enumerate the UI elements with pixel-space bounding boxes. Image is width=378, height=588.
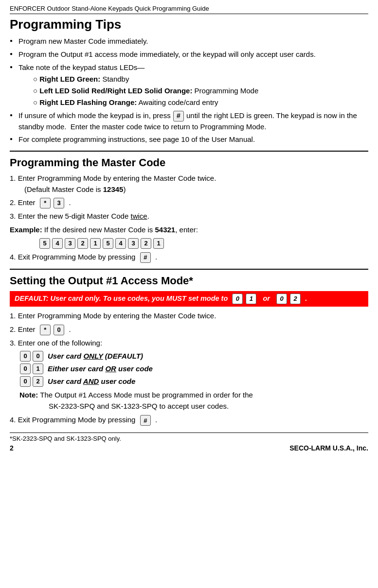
tip-5: For complete programming instructions, s… xyxy=(10,134,368,145)
warn-key-1a: 1 xyxy=(246,294,256,304)
example-block: Example: If the desired new Master Code … xyxy=(10,225,368,249)
page-number: 2 xyxy=(10,444,14,452)
key-2f: 2 xyxy=(33,376,43,387)
page-footer: 2 SECO-LARM U.S.A., Inc. xyxy=(10,444,368,452)
step3-1: 1. Enter Programming Mode by entering th… xyxy=(10,311,368,322)
section-master-code: Programming the Master Code 1. Enter Pro… xyxy=(10,156,368,263)
step2-2: 2. Enter * 3 . xyxy=(10,197,368,208)
note-text2: SK-2323-SPQ and SK-1323-SPQ to accept us… xyxy=(19,401,229,412)
key-2b: 2 xyxy=(141,238,151,249)
mode-keys-00: 0 0 xyxy=(19,351,44,362)
key-5b: 5 xyxy=(103,238,113,249)
step2-3: 3. Enter the new 5-digit Master Code twi… xyxy=(10,211,368,222)
step3-2: 2. Enter * 0 . xyxy=(10,324,368,335)
mode-keys-01: 0 1 xyxy=(19,363,44,374)
tip-1: Program new Master Code immediately. xyxy=(10,36,368,47)
key-star-s2: * xyxy=(40,198,51,208)
mode-option-01: 0 1 Either user card OR user code xyxy=(10,363,368,374)
section1-heading: Programming Tips xyxy=(10,17,368,32)
key-1b: 1 xyxy=(153,238,164,249)
led-list: Right LED Green: Standby Left LED Solid … xyxy=(18,74,368,107)
footer-divider: *SK-2323-SPQ and SK-1323-SPQ only. xyxy=(10,432,368,442)
key-0e: 0 xyxy=(20,363,31,374)
footnote: *SK-2323-SPQ and SK-1323-SPQ only. xyxy=(10,435,121,442)
key-3-s2: 3 xyxy=(54,198,64,208)
key-3a: 3 xyxy=(65,238,75,249)
step3-3: 3. Enter one of the following: xyxy=(10,338,368,349)
warn-key-2b: 2 xyxy=(290,294,301,304)
step3-4: 4. Exit Programming Mode by pressing # . xyxy=(10,415,368,426)
hash-key-tip: # xyxy=(173,111,184,121)
mode-option-00: 0 0 User card ONLY (DEFAULT) xyxy=(10,351,368,362)
divider-2 xyxy=(10,269,368,270)
section3-heading: Setting the Output #1 Access Mode* xyxy=(10,275,368,287)
led-text-2: Programming Mode xyxy=(195,86,259,95)
divider-1 xyxy=(10,151,368,152)
warn-key-0b: 0 xyxy=(276,294,287,304)
led-text-1: Standby xyxy=(102,75,129,83)
key-4b: 4 xyxy=(115,238,126,249)
key-5a: 5 xyxy=(39,238,50,249)
example-keys-row: 5 4 3 2 1 5 4 3 2 1 xyxy=(39,238,368,249)
key-star-s3: * xyxy=(40,325,51,335)
note-block: Note: The Output #1 Access Mode must be … xyxy=(10,390,368,412)
led-item-2: Left LED Solid Red/Right LED Solid Orang… xyxy=(33,86,368,96)
key-hash-s3: # xyxy=(140,415,151,426)
tips-list: Program new Master Code immediately. Pro… xyxy=(10,36,368,145)
warning-bar: DEFAULT: User card only. To use codes, y… xyxy=(10,291,368,307)
section-programming-tips: Programming Tips Program new Master Code… xyxy=(10,17,368,145)
section2-heading: Programming the Master Code xyxy=(10,156,368,169)
key-1a: 1 xyxy=(90,238,101,249)
tip-2: Program the Output #1 access mode immedi… xyxy=(10,49,368,60)
key-hash-s2: # xyxy=(140,252,151,263)
key-2a: 2 xyxy=(77,238,88,249)
page-header: ENFORCER Outdoor Stand-Alone Keypads Qui… xyxy=(10,5,368,14)
led-label-1: Right LED Green: xyxy=(39,75,100,83)
led-item-1: Right LED Green: Standby xyxy=(33,74,368,85)
mode-option-02: 0 2 User card AND user code xyxy=(10,376,368,387)
section-output-access-mode: Setting the Output #1 Access Mode* DEFAU… xyxy=(10,275,368,426)
led-label-3: Right LED Flashing Orange: xyxy=(39,98,137,106)
key-3b: 3 xyxy=(128,238,139,249)
key-0f: 0 xyxy=(20,376,31,387)
tip-3: Take note of the keypad status LEDs— Rig… xyxy=(10,62,368,108)
key-0-s3: 0 xyxy=(54,325,64,335)
led-label-2: Left LED Solid Red/Right LED Solid Orang… xyxy=(39,86,192,95)
company-name: SECO-LARM U.S.A., Inc. xyxy=(289,444,368,452)
note-label: Note: xyxy=(19,391,38,399)
led-item-3: Right LED Flashing Orange: Awaiting code… xyxy=(33,97,368,108)
warn-key-0a: 0 xyxy=(232,294,243,304)
mode-keys-02: 0 2 xyxy=(19,376,44,387)
header-title: ENFORCER Outdoor Stand-Alone Keypads Qui… xyxy=(10,5,209,12)
key-0c: 0 xyxy=(20,351,31,362)
step2-4: 4. Exit Programming Mode by pressing # . xyxy=(10,252,368,263)
key-1e: 1 xyxy=(33,363,43,374)
key-4a: 4 xyxy=(52,238,63,249)
tip-4: If unsure of which mode the keypad is in… xyxy=(10,110,368,132)
step2-1: 1. Enter Programming Mode by entering th… xyxy=(10,173,368,195)
key-0d: 0 xyxy=(33,351,43,362)
led-text-3: Awaiting code/card entry xyxy=(139,98,218,106)
